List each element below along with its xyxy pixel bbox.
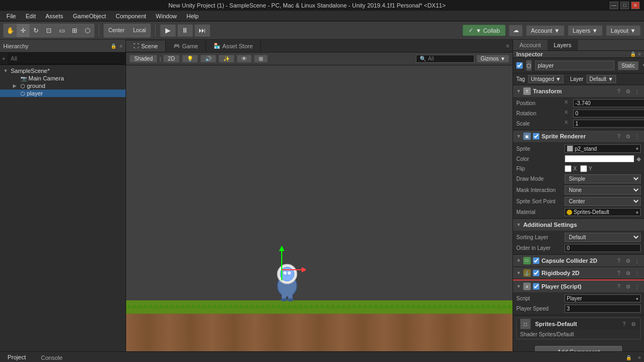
menu-component[interactable]: Component bbox=[111, 12, 150, 20]
script-pick-icon[interactable]: ● bbox=[636, 296, 639, 301]
hidden-objects-button[interactable]: 👁 bbox=[237, 55, 252, 63]
grid-button[interactable]: ⊞ bbox=[254, 55, 268, 63]
inspector-menu-icon[interactable]: ≡ bbox=[638, 51, 641, 57]
window-controls[interactable]: — □ ✕ bbox=[610, 2, 640, 9]
close-button[interactable]: ✕ bbox=[631, 2, 640, 9]
object-active-checkbox[interactable] bbox=[516, 62, 523, 69]
scale-x-input[interactable] bbox=[573, 120, 644, 128]
scene-panel-menu[interactable]: ≡ bbox=[503, 43, 513, 49]
audio-button[interactable]: 🔊 bbox=[200, 55, 216, 63]
fx-button[interactable]: ✨ bbox=[218, 55, 235, 63]
lighting-button[interactable]: 💡 bbox=[182, 55, 198, 63]
scale-tool[interactable]: ⊡ bbox=[42, 24, 55, 37]
2d-button[interactable]: 2D bbox=[163, 55, 180, 63]
rb-menu-icon[interactable]: ⋮ bbox=[633, 269, 641, 277]
play-button[interactable]: ▶ bbox=[160, 24, 176, 37]
flip-y-checkbox[interactable] bbox=[580, 165, 587, 172]
additional-settings-header[interactable]: ▼ Additional Settings bbox=[513, 219, 644, 231]
transform-header[interactable]: ▼ T Transform ? ⚙ ⋮ bbox=[513, 85, 644, 97]
tab-project[interactable]: Project bbox=[0, 352, 33, 362]
layer-dropdown[interactable]: Default ▼ bbox=[587, 75, 616, 83]
pause-button[interactable]: ⏸ bbox=[177, 24, 193, 37]
hierarchy-item-samplescene[interactable]: ▼ SampleScene* bbox=[0, 67, 126, 75]
order-in-layer-input[interactable] bbox=[565, 244, 641, 252]
sprite-renderer-checkbox[interactable] bbox=[533, 133, 539, 139]
rigidbody-checkbox[interactable] bbox=[533, 270, 539, 276]
position-x-input[interactable] bbox=[573, 99, 644, 107]
scene-view[interactable] bbox=[126, 65, 513, 351]
rb-help-icon[interactable]: ? bbox=[615, 269, 623, 277]
hierarchy-item-main-camera[interactable]: 📷 Main Camera bbox=[0, 75, 126, 82]
transform-help-icon[interactable]: ? bbox=[615, 87, 623, 95]
maximize-button[interactable]: □ bbox=[620, 2, 629, 9]
material-pick-icon[interactable]: ● bbox=[636, 210, 639, 215]
ps-settings-icon[interactable]: ⚙ bbox=[624, 283, 632, 290]
mask-interaction-select[interactable]: None bbox=[565, 186, 641, 195]
hierarchy-item-player[interactable]: ⬡ player bbox=[0, 90, 126, 97]
custom-tool[interactable]: ⬡ bbox=[81, 24, 94, 37]
cc-settings-icon[interactable]: ⚙ bbox=[624, 257, 632, 264]
static-dropdown-icon[interactable]: ▼ bbox=[642, 63, 644, 68]
menu-edit[interactable]: Edit bbox=[21, 12, 40, 20]
ps-help-icon[interactable]: ? bbox=[615, 283, 623, 290]
flip-x-checkbox[interactable] bbox=[565, 165, 572, 172]
shading-dropdown[interactable]: Shaded bbox=[129, 55, 157, 63]
menu-help[interactable]: Help bbox=[182, 12, 203, 20]
rect-tool[interactable]: ▭ bbox=[55, 24, 68, 37]
menu-gameobject[interactable]: GameObject bbox=[69, 12, 111, 20]
color-pick-icon[interactable]: ◆ bbox=[636, 156, 641, 162]
draw-mode-select[interactable]: Simple bbox=[565, 174, 641, 183]
mat-help-icon[interactable]: ? bbox=[620, 320, 628, 328]
add-component-button[interactable]: Add Component bbox=[535, 346, 622, 351]
layout-dropdown[interactable]: Layout ▼ bbox=[606, 25, 641, 36]
rotate-tool[interactable]: ↻ bbox=[30, 24, 42, 37]
layers-dropdown[interactable]: Layers ▼ bbox=[568, 25, 603, 36]
capsule-collider-checkbox[interactable] bbox=[533, 257, 539, 264]
cc-help-icon[interactable]: ? bbox=[615, 257, 623, 264]
sprite-pick-icon[interactable]: ● bbox=[636, 146, 639, 151]
gizmos-dropdown[interactable]: Gizmos ▼ bbox=[477, 55, 509, 63]
transform-menu-icon[interactable]: ⋮ bbox=[633, 87, 641, 95]
rb-settings-icon[interactable]: ⚙ bbox=[624, 269, 632, 277]
hierarchy-menu-icon[interactable]: ≡ bbox=[120, 43, 122, 49]
tab-account[interactable]: Account bbox=[513, 40, 547, 50]
sprite-renderer-header[interactable]: ▼ ▣ Sprite Renderer ? ⚙ ⋮ bbox=[513, 130, 644, 142]
tab-layers[interactable]: Layers bbox=[547, 40, 578, 50]
transform-settings-icon[interactable]: ⚙ bbox=[624, 87, 632, 95]
sprite-sort-point-select[interactable]: Center bbox=[565, 197, 641, 206]
static-toggle[interactable]: Static bbox=[618, 61, 639, 70]
panel-menu-icon[interactable]: ≡ bbox=[635, 355, 644, 360]
player-script-checkbox[interactable] bbox=[533, 283, 539, 290]
cloud-button[interactable]: ☁ bbox=[509, 25, 523, 36]
add-button[interactable]: + bbox=[0, 56, 8, 62]
menu-file[interactable]: File bbox=[2, 12, 20, 20]
sr-help-icon[interactable]: ? bbox=[615, 132, 623, 140]
script-value[interactable]: Player ● bbox=[565, 294, 641, 302]
tag-dropdown[interactable]: Untagged ▼ bbox=[528, 75, 564, 83]
mat-settings-icon[interactable]: ⚙ bbox=[630, 320, 637, 328]
tab-console[interactable]: Console bbox=[33, 352, 70, 362]
material-value[interactable]: Sprites-Default ● bbox=[565, 208, 641, 216]
scene-search-input[interactable] bbox=[428, 56, 471, 62]
sprite-value[interactable]: p2_stand ● bbox=[565, 144, 641, 153]
step-button[interactable]: ⏭ bbox=[194, 24, 210, 37]
material-header[interactable]: □ Sprites-Default ? ⚙ bbox=[517, 318, 640, 330]
center-button[interactable]: Center bbox=[104, 24, 129, 37]
object-name-input[interactable] bbox=[535, 61, 614, 70]
player-speed-input[interactable] bbox=[565, 305, 641, 313]
hierarchy-search-input[interactable] bbox=[8, 53, 126, 64]
player-script-header[interactable]: ▼ # Player (Script) ? ⚙ ⋮ bbox=[513, 280, 644, 292]
tab-asset-store[interactable]: 🏪 Asset Store bbox=[206, 41, 261, 51]
sr-menu-icon[interactable]: ⋮ bbox=[633, 132, 641, 140]
hierarchy-item-ground[interactable]: ▶ ⬡ ground bbox=[0, 82, 126, 90]
sorting-layer-select[interactable]: Default bbox=[565, 233, 641, 242]
capsule-collider-header[interactable]: ▼ ⬭ Capsule Collider 2D ? ⚙ ⋮ bbox=[513, 255, 644, 267]
sr-settings-icon[interactable]: ⚙ bbox=[624, 132, 632, 140]
minimize-button[interactable]: — bbox=[610, 2, 618, 9]
rigidbody-header[interactable]: ▼ ⚓ Rigidbody 2D ? ⚙ ⋮ bbox=[513, 267, 644, 279]
transform-tool[interactable]: ⊞ bbox=[68, 24, 81, 37]
hierarchy-search-bar[interactable]: + bbox=[0, 53, 126, 65]
local-button[interactable]: Local bbox=[129, 24, 150, 37]
move-tool[interactable]: ✛ bbox=[17, 24, 30, 37]
color-picker[interactable] bbox=[565, 155, 634, 162]
